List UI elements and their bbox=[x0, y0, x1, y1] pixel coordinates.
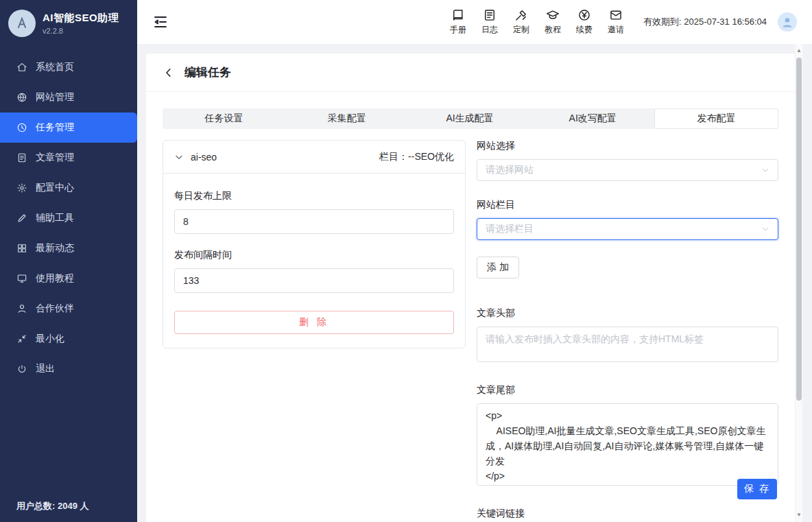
scrollbar: ▲ ▼ bbox=[796, 44, 802, 522]
document-icon bbox=[16, 152, 27, 163]
article-footer-textarea[interactable]: <p> AISEO助理,AI批量生成文章,SEO文章生成工具,SEO原创文章生成… bbox=[477, 403, 778, 486]
content-area: 编辑任务 任务设置 采集配置 AI生成配置 AI改写配置 发布配置 ai-seo bbox=[137, 44, 812, 522]
tab-ai-generate-config[interactable]: AI生成配置 bbox=[408, 108, 531, 129]
action-manual[interactable]: 手册 bbox=[444, 8, 472, 36]
spacer bbox=[477, 278, 778, 307]
interval-input[interactable] bbox=[174, 268, 454, 293]
sidebar-item-label: 退出 bbox=[36, 363, 55, 375]
monitor-icon bbox=[16, 273, 27, 284]
daily-limit-label: 每日发布上限 bbox=[174, 190, 454, 202]
app-logo-icon bbox=[8, 10, 36, 37]
sidebar-item-tools[interactable]: 辅助工具 bbox=[0, 203, 137, 233]
pen-icon bbox=[16, 213, 27, 224]
sidebar-item-label: 最新动态 bbox=[36, 242, 74, 254]
sidebar-item-label: 文章管理 bbox=[36, 152, 74, 164]
page-title: 编辑任务 bbox=[184, 64, 231, 80]
action-label: 日志 bbox=[481, 24, 498, 36]
action-label: 续费 bbox=[576, 24, 593, 36]
chevron-down-icon bbox=[174, 152, 184, 162]
sidebar-item-tutorial[interactable]: 使用教程 bbox=[0, 263, 137, 294]
home-icon bbox=[16, 62, 27, 73]
tools-icon bbox=[514, 8, 528, 22]
tab-task-settings[interactable]: 任务设置 bbox=[163, 108, 285, 129]
sidebar-item-tasks[interactable]: 任务管理 bbox=[0, 112, 137, 143]
sidebar-item-logout[interactable]: 退出 bbox=[0, 354, 137, 384]
main-area: 手册 日志 定制 教程 续费 bbox=[137, 0, 812, 522]
avatar-person-icon bbox=[780, 15, 794, 29]
envelope-icon bbox=[609, 8, 623, 22]
sidebar-item-label: 使用教程 bbox=[36, 272, 74, 285]
expiry-text: 有效期到: 2025-07-31 16:56:04 bbox=[643, 16, 767, 28]
site-select-label: 网站选择 bbox=[477, 140, 778, 152]
save-button[interactable]: 保 存 bbox=[737, 479, 777, 499]
site-task-header[interactable]: ai-seo 栏目：--SEO优化 bbox=[163, 141, 465, 174]
arrows-in-icon bbox=[16, 333, 27, 344]
publish-form: 网站选择 请选择网站 网站栏目 请选择栏目 添 加 bbox=[477, 140, 778, 522]
delete-button[interactable]: 删 除 bbox=[174, 311, 454, 334]
chevron-down-icon bbox=[761, 166, 769, 174]
action-custom[interactable]: 定制 bbox=[508, 8, 535, 36]
sidebar-item-config[interactable]: 配置中心 bbox=[0, 173, 137, 203]
chevron-down-icon bbox=[761, 225, 769, 233]
action-label: 教程 bbox=[545, 24, 561, 36]
gear-icon bbox=[16, 182, 27, 193]
journal-icon bbox=[483, 8, 497, 22]
sidebar-item-news[interactable]: 最新动态 bbox=[0, 233, 137, 263]
back-chevron-icon[interactable] bbox=[163, 67, 175, 79]
column-select-label: 网站栏目 bbox=[477, 199, 778, 211]
scrollbar-down-arrow[interactable]: ▼ bbox=[796, 511, 802, 519]
tab-ai-rewrite-config[interactable]: AI改写配置 bbox=[532, 108, 654, 129]
article-header-label: 文章头部 bbox=[477, 307, 778, 320]
power-icon bbox=[16, 364, 27, 375]
grid-icon bbox=[16, 243, 27, 254]
action-tutorial[interactable]: 教程 bbox=[539, 8, 566, 36]
action-label: 定制 bbox=[513, 24, 529, 36]
site-select[interactable]: 请选择网站 bbox=[477, 159, 778, 181]
site-task-card: ai-seo 栏目：--SEO优化 每日发布上限 发布间隔时间 删 除 bbox=[163, 140, 466, 348]
sidebar-item-partners[interactable]: 合作伙伴 bbox=[0, 294, 137, 324]
column-select[interactable]: 请选择栏目 bbox=[477, 218, 778, 240]
spacer bbox=[477, 365, 778, 384]
sidebar-item-home[interactable]: 系统首页 bbox=[0, 52, 137, 82]
sidebar-item-sites[interactable]: 网站管理 bbox=[0, 82, 137, 112]
sidebar-item-label: 配置中心 bbox=[36, 182, 74, 194]
topbar: 手册 日志 定制 教程 续费 bbox=[137, 0, 812, 44]
sidebar-item-label: 网站管理 bbox=[36, 91, 74, 104]
user-icon bbox=[16, 303, 27, 314]
add-button[interactable]: 添 加 bbox=[477, 257, 519, 278]
sidebar-item-minimize[interactable]: 最小化 bbox=[0, 324, 137, 354]
sidebar-menu: 系统首页 网站管理 任务管理 文章管理 配置中心 辅助工具 bbox=[0, 52, 137, 384]
spacer bbox=[477, 488, 778, 508]
page-head: 编辑任务 bbox=[146, 54, 795, 92]
app-title: AI智能SEO助理 bbox=[43, 12, 119, 25]
column-info: 栏目：--SEO优化 bbox=[379, 151, 454, 163]
scrollbar-thumb[interactable] bbox=[796, 58, 802, 401]
sidebar-item-label: 系统首页 bbox=[36, 61, 74, 73]
site-name: ai-seo bbox=[191, 152, 217, 163]
action-label: 手册 bbox=[450, 24, 466, 36]
sidebar-collapse-icon[interactable] bbox=[152, 14, 169, 30]
scrollbar-up-arrow[interactable]: ▲ bbox=[796, 47, 802, 55]
site-select-placeholder: 请选择网站 bbox=[486, 164, 761, 176]
clock-icon bbox=[16, 122, 27, 133]
sidebar: AI智能SEO助理 v2.2.8 系统首页 网站管理 任务管理 文章管理 bbox=[0, 0, 137, 522]
spacer bbox=[477, 181, 778, 199]
tab-bar: 任务设置 采集配置 AI生成配置 AI改写配置 发布配置 bbox=[163, 108, 778, 129]
tab-collect-config[interactable]: 采集配置 bbox=[285, 108, 408, 129]
tab-publish-config[interactable]: 发布配置 bbox=[654, 108, 778, 129]
book-icon bbox=[451, 8, 465, 22]
interval-label: 发布间隔时间 bbox=[174, 249, 454, 261]
user-avatar[interactable] bbox=[778, 12, 797, 32]
sidebar-item-articles[interactable]: 文章管理 bbox=[0, 143, 137, 173]
app-logo-block: AI智能SEO助理 v2.2.8 bbox=[0, 0, 137, 48]
keyword-link-label: 关键词链接 bbox=[477, 508, 778, 520]
panel-grid: ai-seo 栏目：--SEO优化 每日发布上限 发布间隔时间 删 除 bbox=[146, 129, 795, 522]
sidebar-item-label: 辅助工具 bbox=[36, 212, 74, 224]
action-label: 邀请 bbox=[608, 24, 624, 36]
daily-limit-input[interactable] bbox=[174, 209, 454, 234]
action-logs[interactable]: 日志 bbox=[476, 8, 503, 36]
article-header-textarea[interactable] bbox=[477, 327, 778, 362]
user-total: 用户总数: 2049 人 bbox=[16, 500, 88, 512]
action-invite[interactable]: 邀请 bbox=[602, 8, 630, 36]
action-renew[interactable]: 续费 bbox=[571, 8, 598, 36]
